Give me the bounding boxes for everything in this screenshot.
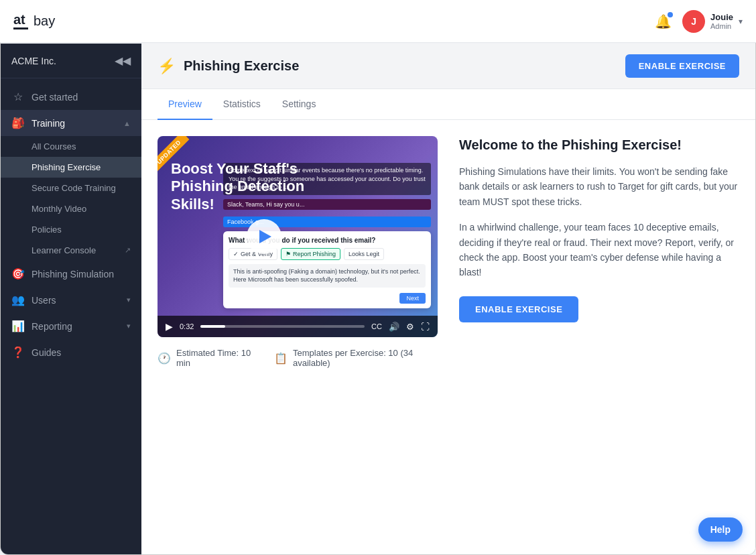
notification-bell[interactable]: 🔔 <box>655 13 672 29</box>
info-paragraph-2: In a whirlwind challenge, your team face… <box>459 220 739 280</box>
chevron-down-icon: ▾ <box>127 322 131 330</box>
verify-icon: ✓ <box>233 251 239 257</box>
video-section: UPDATED Boost Your Staff's Phishing Dete… <box>158 136 438 368</box>
users-icon: 👥 <box>11 294 25 306</box>
sidebar-item-guides[interactable]: ❓ Guides <box>1 339 141 365</box>
notification-badge <box>668 12 673 17</box>
phishing-exercise-page-icon: ⚡ <box>158 58 176 75</box>
mockup-option-legit: Looks Legit <box>344 248 384 260</box>
logo-line <box>13 27 28 29</box>
play-triangle-icon <box>259 230 271 243</box>
video-container: UPDATED Boost Your Staff's Phishing Dete… <box>158 136 438 337</box>
sidebar-item-reporting[interactable]: 📊 Reporting ▾ <box>1 313 141 339</box>
sidebar-item-label: Users <box>32 295 120 306</box>
page-title: Phishing Exercise <box>184 58 299 74</box>
play-pause-button[interactable]: ▶ <box>166 321 173 332</box>
sidebar-sub-label: All Courses <box>32 141 76 151</box>
sidebar-item-secure-code[interactable]: Secure Code Training <box>1 178 141 198</box>
content-area: Preview Statistics Settings UPDATED <box>141 89 755 555</box>
volume-icon[interactable]: 🔊 <box>389 322 399 332</box>
app-layout: ACME Inc. ◀◀ ☆ Get started 🎒 Training ▲ … <box>1 44 755 555</box>
sidebar-item-phishing-exercise[interactable]: Phishing Exercise <box>1 157 141 178</box>
guides-icon: ❓ <box>11 346 25 359</box>
sidebar-sub-label: Learner Console <box>32 245 96 255</box>
progress-bar[interactable] <box>200 325 365 328</box>
estimated-time-label: Estimated Time: 10 min <box>176 348 258 368</box>
company-name: ACME Inc. <box>11 56 56 66</box>
content-body: UPDATED Boost Your Staff's Phishing Dete… <box>141 120 755 384</box>
main-content: ⚡ Phishing Exercise ENABLE EXERCISE Prev… <box>141 44 755 555</box>
reporting-icon: 📊 <box>11 320 25 332</box>
meta-time: 🕐 Estimated Time: 10 min <box>158 348 258 368</box>
video-time: 0:32 <box>180 322 194 330</box>
next-button[interactable]: Next <box>399 293 426 304</box>
settings-icon[interactable]: ⚙ <box>406 322 414 332</box>
updated-badge: UPDATED <box>158 136 189 172</box>
meta-templates: 📋 Templates per Exercise: 10 (34 availab… <box>274 348 438 368</box>
sidebar-item-policies[interactable]: Policies <box>1 219 141 240</box>
training-icon: 🎒 <box>11 117 25 129</box>
avatar: J <box>682 10 705 33</box>
sidebar-sub-label: Monthly Video <box>32 204 86 214</box>
updated-badge-wrap: UPDATED <box>158 136 204 183</box>
cc-button[interactable]: CC <box>371 322 382 330</box>
user-role: Admin <box>710 22 733 30</box>
sidebar-item-monthly-video[interactable]: Monthly Video <box>1 198 141 219</box>
sidebar-sub-label: Secure Code Training <box>32 183 116 193</box>
clock-icon: 🕐 <box>158 352 171 365</box>
chevron-down-icon: ▾ <box>127 296 131 304</box>
sidebar-sub-label: Policies <box>32 225 62 235</box>
sidebar-item-label: Phishing Simulation <box>32 269 131 280</box>
templates-label: Templates per Exercise: 10 (34 available… <box>293 348 438 368</box>
sidebar-nav: ☆ Get started 🎒 Training ▲ All Courses P… <box>1 78 141 555</box>
tab-bar: Preview Statistics Settings <box>141 89 755 120</box>
sidebar-sub-label: Phishing Exercise <box>32 162 101 172</box>
page-header: ⚡ Phishing Exercise ENABLE EXERCISE <box>141 44 755 89</box>
sidebar-item-label: Training <box>32 118 117 129</box>
sidebar-company: ACME Inc. ◀◀ <box>1 44 141 78</box>
fullscreen-icon[interactable]: ⛶ <box>421 322 430 332</box>
mockup-next: Next <box>229 291 426 303</box>
chevron-down-icon: ▾ <box>739 17 743 26</box>
progress-fill <box>200 325 225 328</box>
mockup-bubble: This is anti-spoofing (Faking a domain) … <box>229 264 426 288</box>
sidebar-item-label: Get started <box>32 92 131 103</box>
tab-statistics[interactable]: Statistics <box>212 89 271 120</box>
user-name: Jouie <box>710 12 733 22</box>
chevron-up-icon: ▲ <box>123 119 131 127</box>
templates-icon: 📋 <box>274 352 288 365</box>
video-meta: 🕐 Estimated Time: 10 min 📋 Templates per… <box>158 348 438 368</box>
info-section: Welcome to the Phishing Exercise! Phishi… <box>438 136 739 368</box>
sidebar-item-users[interactable]: 👥 Users ▾ <box>1 287 141 313</box>
sidebar: ACME Inc. ◀◀ ☆ Get started 🎒 Training ▲ … <box>1 44 141 555</box>
enable-exercise-info-button[interactable]: ENABLE EXERCISE <box>459 296 578 322</box>
mockup-option-report: ⚑ Report Phishing <box>281 248 340 260</box>
sidebar-item-all-courses[interactable]: All Courses <box>1 136 141 157</box>
report-icon: ⚑ <box>286 251 291 257</box>
logo-bay-text: bay <box>34 13 55 29</box>
play-button[interactable] <box>247 219 281 254</box>
tab-preview[interactable]: Preview <box>158 89 212 120</box>
help-button[interactable]: Help <box>698 517 743 542</box>
phishing-icon: 🎯 <box>11 267 25 280</box>
sidebar-item-learner-console[interactable]: Learner Console ↗ <box>1 240 141 261</box>
user-menu[interactable]: J Jouie Admin ▾ <box>682 10 743 33</box>
top-header: at bay 🔔 J Jouie Admin ▾ <box>0 0 756 43</box>
star-icon: ☆ <box>11 90 25 103</box>
info-title: Welcome to the Phishing Exercise! <box>459 136 739 153</box>
logo: at bay <box>13 13 55 29</box>
sidebar-collapse-button[interactable]: ◀◀ <box>115 54 131 67</box>
sidebar-item-label: Guides <box>32 347 131 358</box>
tab-settings[interactable]: Settings <box>271 89 327 120</box>
external-link-icon: ↗ <box>125 246 131 255</box>
sidebar-item-phishing-simulation[interactable]: 🎯 Phishing Simulation <box>1 261 141 287</box>
sidebar-item-get-started[interactable]: ☆ Get started <box>1 84 141 110</box>
info-paragraph-1: Phishing Simulations have their limits. … <box>459 164 739 209</box>
sidebar-item-label: Reporting <box>32 321 120 332</box>
page-title-wrap: ⚡ Phishing Exercise <box>158 58 299 75</box>
enable-exercise-header-button[interactable]: ENABLE EXERCISE <box>625 54 739 78</box>
header-right: 🔔 J Jouie Admin ▾ <box>655 10 743 33</box>
sidebar-item-training[interactable]: 🎒 Training ▲ <box>1 110 141 136</box>
user-name-wrap: Jouie Admin <box>710 12 733 30</box>
logo-at-text: at <box>13 13 25 26</box>
